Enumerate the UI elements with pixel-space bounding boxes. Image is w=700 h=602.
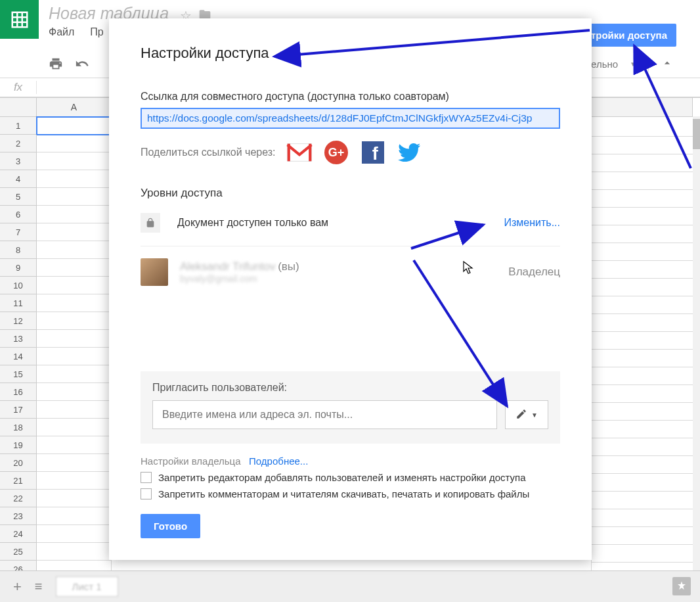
cell[interactable] bbox=[37, 454, 112, 472]
invite-input[interactable] bbox=[152, 400, 497, 429]
sheets-logo[interactable] bbox=[0, 0, 39, 39]
all-sheets-icon[interactable]: ≡ bbox=[35, 579, 43, 594]
permission-picker[interactable]: ▼ bbox=[505, 400, 548, 429]
cell[interactable] bbox=[591, 208, 693, 225]
cell[interactable] bbox=[37, 277, 112, 294]
cell[interactable] bbox=[591, 350, 693, 367]
checkbox-restrict-editors[interactable] bbox=[141, 472, 152, 483]
cell[interactable] bbox=[37, 436, 112, 454]
cell[interactable] bbox=[37, 170, 112, 188]
cell[interactable] bbox=[591, 527, 693, 545]
gmail-icon[interactable] bbox=[286, 141, 313, 164]
cell[interactable] bbox=[37, 543, 112, 561]
row-header[interactable]: 5 bbox=[0, 188, 37, 206]
cell[interactable] bbox=[37, 507, 112, 525]
column-header-a[interactable]: A bbox=[37, 98, 112, 117]
row-header[interactable]: 25 bbox=[0, 543, 37, 561]
row-header[interactable]: 24 bbox=[0, 525, 37, 543]
row-header[interactable]: 18 bbox=[0, 419, 37, 436]
cell[interactable] bbox=[591, 261, 693, 279]
cell[interactable] bbox=[591, 474, 693, 492]
scrollbar-thumb[interactable] bbox=[693, 119, 700, 149]
cell[interactable] bbox=[37, 206, 112, 223]
row-header[interactable]: 19 bbox=[0, 436, 37, 454]
row-header[interactable]: 16 bbox=[0, 383, 37, 401]
cell[interactable] bbox=[37, 330, 112, 348]
row-header[interactable]: 11 bbox=[0, 294, 37, 312]
cell[interactable] bbox=[37, 401, 112, 419]
cell[interactable] bbox=[591, 314, 693, 332]
sheet-tab[interactable]: Лист 1 bbox=[56, 576, 118, 597]
cell[interactable] bbox=[37, 348, 112, 365]
cell[interactable] bbox=[37, 312, 112, 330]
twitter-icon[interactable] bbox=[397, 141, 423, 164]
row-header[interactable]: 1 bbox=[0, 117, 37, 135]
column-header-right[interactable] bbox=[591, 98, 693, 117]
cell[interactable] bbox=[37, 152, 112, 170]
row-header[interactable]: 20 bbox=[0, 454, 37, 472]
cell[interactable] bbox=[591, 119, 693, 137]
checkbox-restrict-download[interactable] bbox=[141, 488, 152, 499]
cell[interactable] bbox=[37, 259, 112, 277]
menu-file[interactable]: Файл bbox=[49, 26, 74, 38]
add-sheet-icon[interactable]: + bbox=[13, 578, 22, 595]
cell[interactable] bbox=[37, 135, 112, 152]
collapse-toolbar-icon[interactable] bbox=[648, 57, 674, 72]
row-header[interactable]: 2 bbox=[0, 135, 37, 152]
cell[interactable] bbox=[591, 438, 693, 456]
learn-more-link[interactable]: Подробнее... bbox=[249, 455, 308, 467]
row-header[interactable]: 13 bbox=[0, 330, 37, 348]
cell[interactable] bbox=[37, 365, 112, 383]
toolbar-right-dropdown-icon[interactable]: ▼ bbox=[630, 60, 636, 68]
cell[interactable] bbox=[37, 294, 112, 312]
row-header[interactable]: 8 bbox=[0, 241, 37, 259]
facebook-icon[interactable]: f bbox=[360, 141, 386, 164]
cell[interactable] bbox=[591, 154, 693, 172]
cell[interactable] bbox=[591, 545, 693, 563]
row-header[interactable]: 21 bbox=[0, 472, 37, 490]
row-header[interactable]: 15 bbox=[0, 365, 37, 383]
row-header[interactable]: 6 bbox=[0, 206, 37, 223]
cell[interactable] bbox=[37, 472, 112, 490]
cell[interactable] bbox=[591, 296, 693, 314]
google-plus-icon[interactable]: G+ bbox=[323, 141, 349, 164]
cell[interactable] bbox=[37, 241, 112, 259]
row-header[interactable]: 9 bbox=[0, 259, 37, 277]
cell[interactable] bbox=[591, 403, 693, 421]
print-icon[interactable] bbox=[49, 57, 63, 73]
row-header[interactable]: 14 bbox=[0, 348, 37, 365]
row-header[interactable]: 12 bbox=[0, 312, 37, 330]
row-header[interactable]: 17 bbox=[0, 401, 37, 419]
cell[interactable] bbox=[591, 190, 693, 208]
cell[interactable] bbox=[591, 509, 693, 527]
row-header[interactable]: 23 bbox=[0, 507, 37, 525]
done-button[interactable]: Готово bbox=[141, 514, 200, 538]
cell[interactable] bbox=[37, 188, 112, 206]
row-header[interactable]: 22 bbox=[0, 490, 37, 507]
cell[interactable] bbox=[37, 419, 112, 436]
cell[interactable] bbox=[591, 456, 693, 474]
cell[interactable] bbox=[591, 243, 693, 261]
cell[interactable] bbox=[37, 117, 112, 135]
cell[interactable] bbox=[591, 385, 693, 403]
menu-edit[interactable]: Пр bbox=[90, 26, 103, 38]
cell[interactable] bbox=[591, 172, 693, 190]
cell[interactable] bbox=[591, 421, 693, 438]
cell[interactable] bbox=[591, 367, 693, 385]
row-header[interactable]: 7 bbox=[0, 223, 37, 241]
cell[interactable] bbox=[37, 525, 112, 543]
cell[interactable] bbox=[591, 279, 693, 296]
cell[interactable] bbox=[37, 383, 112, 401]
cell[interactable] bbox=[591, 225, 693, 243]
cell[interactable] bbox=[591, 492, 693, 509]
vertical-scrollbar[interactable] bbox=[693, 116, 700, 570]
cell[interactable] bbox=[37, 223, 112, 241]
explore-icon[interactable] bbox=[672, 577, 691, 595]
row-header[interactable]: 4 bbox=[0, 170, 37, 188]
undo-icon[interactable] bbox=[75, 57, 89, 73]
cell[interactable] bbox=[591, 137, 693, 154]
share-link-input[interactable]: https://docs.google.com/spreadsheets/d/1… bbox=[141, 108, 560, 129]
row-header[interactable]: 10 bbox=[0, 277, 37, 294]
select-all-cell[interactable] bbox=[0, 98, 37, 117]
cell[interactable] bbox=[37, 490, 112, 507]
